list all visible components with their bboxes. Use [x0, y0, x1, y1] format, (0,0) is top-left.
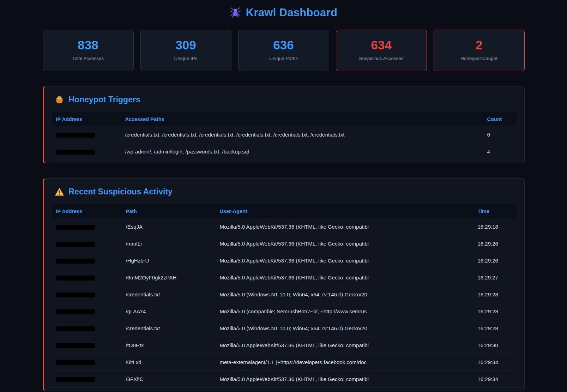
user-agent-cell: Mozilla/5.0 (compatible; SemrushBot/7~bl… — [216, 303, 473, 320]
redacted-ip-bar — [56, 377, 95, 382]
count-cell: 4 — [483, 143, 517, 160]
path-cell: /EsqJA — [122, 218, 216, 235]
time-cell: 16:29:28 — [473, 286, 517, 303]
path-cell: /6mM2OyF0gk2zPAH — [122, 269, 216, 286]
user-agent-cell: Mozilla/5.0 AppleWebKit/537.36 (KHTML, l… — [216, 252, 473, 269]
redacted-ip-bar — [56, 293, 95, 297]
time-cell: 16:29:34 — [473, 354, 517, 370]
table-row: /tO0Htx Mozilla/5.0 AppleWebKit/537.36 (… — [52, 337, 517, 354]
ip-cell — [52, 143, 121, 160]
user-agent-cell: Mozilla/5.0 AppleWebKit/537.36 (KHTML, l… — [216, 235, 473, 252]
table-row: /credentials.txt, /credentials.txt, /cre… — [52, 126, 517, 143]
user-agent-cell: Mozilla/5.0 AppleWebKit/537.36 (KHTML, l… — [216, 337, 473, 354]
stat-value: 309 — [144, 38, 228, 52]
stat-value: 636 — [242, 38, 325, 52]
stat-value: 634 — [340, 38, 423, 52]
redacted-ip-bar — [56, 326, 95, 331]
table-row: /0ltLxd meta-externalagent/1.1 (+https:/… — [52, 354, 517, 370]
time-cell: 16:29:18 — [473, 218, 517, 235]
path-cell: /3FXfiC — [122, 370, 216, 387]
page-title: Krawl Dashboard — [246, 6, 337, 19]
ip-cell — [52, 126, 121, 143]
suspicious-activity-panel: Recent Suspicious Activity IP Address Pa… — [43, 178, 525, 391]
table-header-row: IP Address Accessed Paths Count — [52, 112, 517, 126]
redacted-ip-bar — [56, 133, 95, 138]
column-header-user-agent: User-Agent — [216, 204, 473, 218]
honeypot-triggers-panel: Honeypot Triggers IP Address Accessed Pa… — [43, 86, 525, 163]
column-header-count: Count — [483, 112, 517, 126]
spider-icon — [230, 6, 241, 19]
redacted-ip-bar — [56, 242, 95, 247]
user-agent-cell: Mozilla/5.0 AppleWebKit/537.36 (KHTML, l… — [216, 269, 473, 286]
paths-cell: /credentials.txt, /credentials.txt, /cre… — [121, 126, 483, 143]
path-cell: /0ltLxd — [122, 354, 216, 370]
time-cell: 16:29:27 — [473, 269, 517, 286]
honeypot-table: IP Address Accessed Paths Count /credent… — [52, 112, 517, 160]
ip-cell — [52, 303, 122, 320]
redacted-ip-bar — [56, 343, 95, 348]
table-row: /mmILr Mozilla/5.0 AppleWebKit/537.36 (K… — [52, 235, 517, 252]
path-cell: /HgHzbrU — [122, 252, 216, 269]
column-header-time: Time — [473, 204, 517, 218]
redacted-ip-bar — [56, 309, 95, 314]
redacted-ip-bar — [56, 360, 95, 365]
stat-card-unique-ips: 309 Unique IPs — [140, 30, 231, 71]
stat-card-honeypot-caught: 2 Honeypot Caught — [434, 30, 525, 71]
column-header-paths: Accessed Paths — [121, 112, 483, 126]
user-agent-cell: meta-externalagent/1.1 (+https://develop… — [216, 354, 473, 370]
user-agent-cell: Mozilla/5.0 (Windows NT 10.0; Win64; x64… — [216, 320, 473, 337]
dashboard-container: Krawl Dashboard 838 Total Accesses 309 U… — [43, 0, 525, 391]
time-cell: 16:29:28 — [473, 303, 517, 320]
redacted-ip-bar — [56, 225, 95, 230]
ip-cell — [52, 269, 122, 286]
ip-cell — [52, 320, 122, 337]
time-cell: 16:29:26 — [473, 235, 517, 252]
honeypot-icon — [55, 95, 64, 104]
ip-cell — [52, 235, 122, 252]
section-title: Recent Suspicious Activity — [69, 187, 173, 197]
count-cell: 6 — [483, 126, 517, 143]
stat-label: Unique Paths — [242, 56, 325, 61]
stat-card-unique-paths: 636 Unique Paths — [238, 30, 329, 71]
stats-row: 838 Total Accesses 309 Unique IPs 636 Un… — [43, 30, 525, 71]
table-row: /HgHzbrU Mozilla/5.0 AppleWebKit/537.36 … — [52, 252, 517, 269]
paths-cell: /wp-admin/, /admin/login, /passwords.txt… — [121, 143, 483, 160]
stat-value: 2 — [438, 38, 521, 52]
user-agent-cell: Mozilla/5.0 AppleWebKit/537.36 (KHTML, l… — [216, 370, 473, 387]
redacted-ip-bar — [56, 259, 95, 264]
stat-label: Suspicious Accesses — [340, 56, 423, 61]
table-row: /3FXfiC Mozilla/5.0 AppleWebKit/537.36 (… — [52, 370, 517, 387]
activity-panel-title: Recent Suspicious Activity — [52, 187, 517, 197]
path-cell: /tO0Htx — [122, 337, 216, 354]
stat-label: Total Accesses — [47, 56, 130, 61]
column-header-ip: IP Address — [52, 112, 121, 126]
time-cell: 16:29:34 — [473, 370, 517, 387]
path-cell: /credentials.txt — [122, 320, 216, 337]
table-row: /wp-admin/, /admin/login, /passwords.txt… — [52, 143, 517, 160]
table-row: /credentials.txt Mozilla/5.0 (Windows NT… — [52, 320, 517, 337]
table-row: /gLAAz4 Mozilla/5.0 (compatible; Semrush… — [52, 303, 517, 320]
table-header-row: IP Address Path User-Agent Time — [52, 204, 517, 218]
time-cell: 16:29:30 — [473, 337, 517, 354]
stat-card-total-accesses: 838 Total Accesses — [43, 30, 134, 71]
column-header-ip: IP Address — [52, 204, 122, 218]
stat-label: Unique IPs — [144, 56, 228, 61]
ip-cell — [52, 354, 122, 370]
path-cell: /mmILr — [122, 235, 216, 252]
table-row: /credentials.txt Mozilla/5.0 (Windows NT… — [52, 286, 517, 303]
stat-label: Honeypot Caught — [438, 56, 521, 61]
ip-cell — [52, 337, 122, 354]
activity-table-body: /EsqJA Mozilla/5.0 AppleWebKit/537.36 (K… — [52, 218, 517, 388]
warning-icon — [55, 187, 64, 197]
path-cell: /gLAAz4 — [122, 303, 216, 320]
table-row: /EsqJA Mozilla/5.0 AppleWebKit/537.36 (K… — [52, 218, 517, 235]
redacted-ip-bar — [56, 276, 95, 281]
time-cell: 16:29:28 — [473, 320, 517, 337]
user-agent-cell: Mozilla/5.0 (Windows NT 10.0; Win64; x64… — [216, 286, 473, 303]
section-title: Honeypot Triggers — [69, 95, 140, 104]
honeypot-table-body: /credentials.txt, /credentials.txt, /cre… — [52, 126, 517, 160]
honeypot-panel-title: Honeypot Triggers — [52, 95, 517, 104]
stat-card-suspicious-accesses: 634 Suspicious Accesses — [336, 30, 427, 71]
user-agent-cell: Mozilla/5.0 AppleWebKit/537.36 (KHTML, l… — [216, 218, 473, 235]
ip-cell — [52, 286, 122, 303]
